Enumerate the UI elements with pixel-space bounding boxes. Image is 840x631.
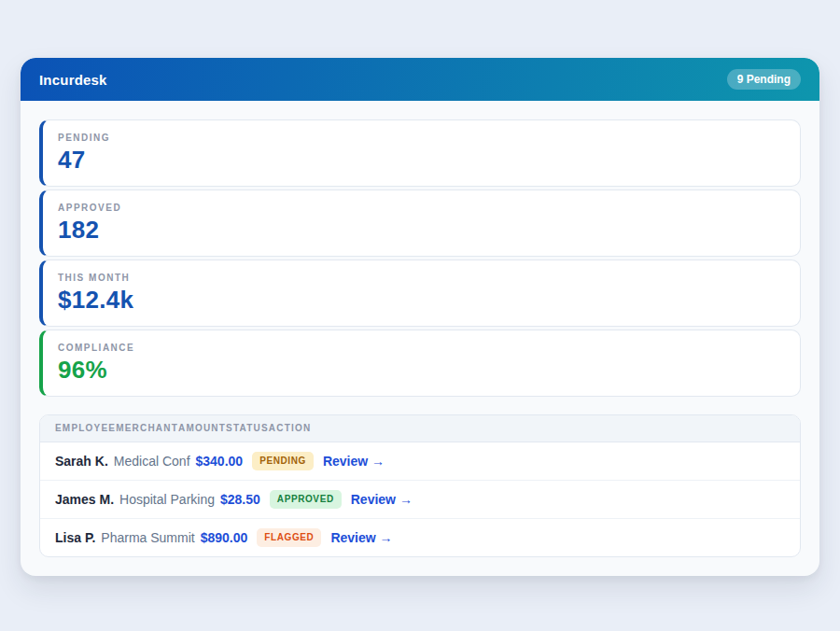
stat-label: PENDING [58, 132, 785, 144]
pending-count-badge: 9 Pending [727, 69, 801, 90]
column-header-employee: EMPLOYEE [55, 423, 116, 434]
column-header-merchant: MERCHANT [116, 423, 178, 434]
main-content: PENDING 47 APPROVED 182 THIS MONTH $12.4… [21, 101, 819, 576]
app-header: Incurdesk 9 Pending [21, 58, 819, 101]
employee-name: Sarah K. [55, 452, 108, 470]
employee-name: Lisa P. [55, 528, 95, 547]
stat-value: 96% [58, 357, 785, 385]
stat-value: $12.4k [58, 287, 785, 315]
review-link[interactable]: Review → [330, 528, 392, 547]
column-header-action: ACTION [269, 423, 312, 434]
status-badge: APPROVED [270, 490, 342, 509]
table-row: Sarah K. Medical Conf $340.00 PENDING Re… [40, 442, 800, 481]
table-header-row: EMPLOYEE MERCHANT AMOUNT STATUS ACTION [40, 415, 800, 442]
merchant-name: Medical Conf [114, 452, 190, 470]
column-header-amount: AMOUNT [178, 423, 226, 434]
review-link[interactable]: Review → [351, 490, 413, 509]
stat-card-compliance: COMPLIANCE 96% [39, 330, 801, 397]
stat-card-approved: APPROVED 182 [39, 189, 801, 257]
table-row: Lisa P. Pharma Summit $890.00 FLAGGED Re… [40, 519, 800, 556]
merchant-name: Pharma Summit [101, 528, 194, 547]
stat-card-this-month: THIS MONTH $12.4k [39, 259, 801, 327]
column-header-status: STATUS [226, 423, 269, 434]
stat-label: THIS MONTH [58, 272, 785, 284]
stat-value: 182 [58, 217, 785, 245]
stat-label: COMPLIANCE [58, 342, 785, 354]
amount-value: $890.00 [201, 528, 248, 547]
table-row: James M. Hospital Parking $28.50 APPROVE… [40, 481, 800, 519]
expense-table: EMPLOYEE MERCHANT AMOUNT STATUS ACTION S… [39, 414, 801, 557]
amount-value: $28.50 [220, 490, 260, 509]
stat-value: 47 [58, 147, 785, 175]
status-badge: FLAGGED [257, 528, 321, 547]
app-panel: Incurdesk 9 Pending PENDING 47 APPROVED … [21, 58, 819, 576]
amount-value: $340.00 [196, 452, 244, 470]
merchant-name: Hospital Parking [119, 490, 215, 509]
stat-card-pending: PENDING 47 [39, 119, 801, 187]
stat-label: APPROVED [58, 202, 785, 214]
employee-name: James M. [55, 490, 114, 509]
status-badge: PENDING [252, 452, 314, 470]
app-title: Incurdesk [39, 72, 107, 88]
review-link[interactable]: Review → [323, 452, 385, 470]
